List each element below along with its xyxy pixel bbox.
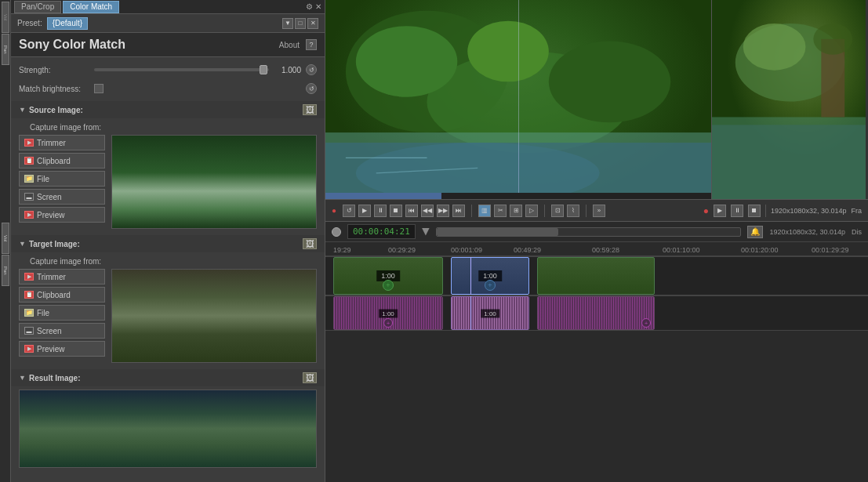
transport-loop-btn[interactable]: ↺ bbox=[343, 205, 355, 217]
clip-add-btn-2[interactable]: + bbox=[485, 280, 496, 291]
frame-label: Fra bbox=[852, 207, 863, 215]
source-section-header[interactable]: ▼ Source Image: 🖼 bbox=[11, 101, 325, 118]
source-preview-btn[interactable]: ▶ Preview bbox=[19, 207, 105, 223]
strength-reset[interactable]: ↺ bbox=[306, 64, 317, 75]
match-brightness-label: Match brightness: bbox=[19, 85, 89, 93]
zoom-icon[interactable]: 🔔 bbox=[747, 226, 763, 238]
secondary-preview-scene bbox=[712, 0, 868, 199]
target-trimmer-btn[interactable]: ▶ Trimmer bbox=[19, 269, 105, 284]
audio-add-btn-3[interactable]: + bbox=[641, 318, 651, 328]
video-clip-2[interactable]: 1:00 + bbox=[451, 257, 529, 295]
panel-icon-1[interactable]: ⚙ bbox=[306, 2, 313, 11]
transport-forward-btn[interactable]: ▶▶ bbox=[437, 205, 449, 217]
audio-clip-2[interactable]: 1:00 bbox=[451, 296, 529, 330]
target-clipboard-label: Clipboard bbox=[37, 291, 71, 299]
target-image-icon[interactable]: 🖼 bbox=[303, 238, 317, 249]
target-preview-label: Preview bbox=[37, 345, 65, 353]
mode-select-btn[interactable]: ▥ bbox=[478, 205, 491, 217]
preview-progress-bar[interactable] bbox=[325, 193, 711, 199]
strength-slider[interactable] bbox=[94, 68, 269, 71]
transport-prev-btn[interactable]: ⏮ bbox=[405, 205, 418, 217]
timecode-marker-icon bbox=[332, 227, 341, 237]
source-file-btn[interactable]: 📁 File bbox=[19, 171, 105, 187]
transport-play-btn[interactable]: ▶ bbox=[358, 205, 371, 217]
tab-color-match[interactable]: Color Match bbox=[63, 1, 119, 13]
transport-bar: ● ↺ ▶ ⏸ ⏹ ⏮ ◀◀ ▶▶ ⏭ ▥ ✂ ⊞ ▷ ⊡ ⌇ » ● ▶ ⏸ bbox=[325, 200, 868, 222]
match-brightness-reset[interactable]: ↺ bbox=[306, 83, 317, 94]
controls-area: Strength: 1.000 ↺ Match brightness: ↺ bbox=[11, 57, 325, 101]
playback-play-btn[interactable]: ▶ bbox=[714, 205, 726, 217]
target-preview-btn[interactable]: ▶ Preview bbox=[19, 341, 105, 357]
target-clipboard-btn[interactable]: 📋 Clipboard bbox=[19, 287, 105, 303]
preset-reset-btn[interactable]: □ bbox=[295, 18, 306, 29]
source-clipboard-btn[interactable]: 📋 Clipboard bbox=[19, 153, 105, 169]
source-trimmer-btn[interactable]: ▶ Trimmer bbox=[19, 135, 105, 150]
target-arrow-icon: ▼ bbox=[19, 240, 26, 248]
clip-add-btn-1[interactable]: + bbox=[383, 280, 394, 291]
source-capture-buttons: ▶ Trimmer 📋 Clipboard 📁 File ▬ bbox=[19, 135, 105, 229]
preset-dropdown[interactable]: {Default} bbox=[47, 17, 88, 30]
target-file-btn[interactable]: 📁 File bbox=[19, 305, 105, 321]
envelope-btn[interactable]: ⌇ bbox=[567, 205, 579, 217]
target-screen-btn[interactable]: ▬ Screen bbox=[19, 323, 105, 339]
mode-slice-btn[interactable]: ✂ bbox=[494, 205, 507, 217]
source-image-icon[interactable]: 🖼 bbox=[303, 104, 317, 115]
target-screen-icon: ▬ bbox=[24, 327, 34, 335]
target-section-header[interactable]: ▼ Target Image: 🖼 bbox=[11, 235, 325, 252]
audio-add-btn-1[interactable]: + bbox=[383, 318, 393, 328]
mode-zoom-btn[interactable]: ⊞ bbox=[510, 205, 522, 217]
playback-stop-btn[interactable]: ⏹ bbox=[748, 205, 761, 217]
playback-pause-btn[interactable]: ⏸ bbox=[731, 205, 743, 217]
transport-divider bbox=[471, 205, 472, 217]
help-button[interactable]: ? bbox=[306, 39, 317, 50]
video-clip-1[interactable]: 1:00 + bbox=[333, 257, 443, 295]
strength-label: Strength: bbox=[19, 66, 89, 74]
timecode-display[interactable]: 00:00:04:21 bbox=[347, 224, 416, 239]
transport-pause-btn[interactable]: ⏸ bbox=[374, 205, 387, 217]
video-clip-3[interactable] bbox=[537, 257, 655, 295]
svg-rect-17 bbox=[712, 125, 868, 199]
side-tab-vol2[interactable]: Vol bbox=[2, 223, 9, 254]
preset-save-btn[interactable]: ▼ bbox=[282, 18, 293, 29]
audio-playhead bbox=[470, 296, 471, 330]
source-file-icon: 📁 bbox=[24, 175, 34, 183]
preview-scrubber bbox=[518, 0, 519, 199]
result-section-header[interactable]: ▼ Result Image: 🖼 bbox=[11, 369, 325, 386]
more-btn[interactable]: » bbox=[593, 205, 605, 217]
panel-icon-2[interactable]: ✕ bbox=[315, 2, 321, 11]
audio-clip-3[interactable]: + bbox=[537, 296, 655, 330]
transport-divider2 bbox=[544, 205, 545, 217]
ruler-mark-4: 00:59:28 bbox=[592, 246, 619, 254]
transport-rewind-btn[interactable]: ◀◀ bbox=[421, 205, 434, 217]
transport-stop-btn[interactable]: ⏹ bbox=[390, 205, 402, 217]
match-brightness-checkbox[interactable] bbox=[94, 84, 104, 93]
snap-btn[interactable]: ⊡ bbox=[551, 205, 564, 217]
mode-markers-btn[interactable]: ▷ bbox=[525, 205, 538, 217]
secondary-preview bbox=[711, 0, 868, 199]
audio-clip-1[interactable]: 1:00 + bbox=[333, 296, 443, 330]
side-tab-vol[interactable]: Vol bbox=[2, 2, 9, 33]
tab-pan-crop[interactable]: Pan/Crop bbox=[14, 1, 61, 13]
svg-point-5 bbox=[356, 26, 457, 97]
timeline-container: 19:29 00:29:29 00:001:09 00:49:29 00:59:… bbox=[325, 242, 868, 482]
video-track: 1:00 + 1:00 + bbox=[325, 256, 868, 295]
transport-next-btn[interactable]: ⏭ bbox=[452, 205, 465, 217]
preset-close-btn[interactable]: ✕ bbox=[307, 18, 318, 29]
main-preview bbox=[325, 0, 711, 199]
target-file-icon: 📁 bbox=[24, 309, 34, 317]
timecode-arrow-icon bbox=[422, 228, 430, 236]
target-clipboard-icon: 📋 bbox=[24, 291, 34, 299]
side-tab-pan2[interactable]: Pan bbox=[2, 255, 9, 286]
target-thumbnail bbox=[111, 269, 317, 363]
timeline-ruler: 19:29 00:29:29 00:001:09 00:49:29 00:59:… bbox=[325, 242, 868, 256]
record-btn[interactable]: ● bbox=[703, 205, 709, 216]
side-tab-pan[interactable]: Pan bbox=[2, 34, 9, 65]
source-screen-btn[interactable]: ▬ Screen bbox=[19, 189, 105, 205]
timecode-row: 00:00:04:21 🔔 1920x1080x32, 30.014p Dis bbox=[325, 222, 868, 242]
result-image-icon[interactable]: 🖼 bbox=[303, 372, 317, 383]
scroll-position[interactable] bbox=[436, 227, 742, 237]
transport-divider3 bbox=[586, 205, 587, 217]
about-button[interactable]: About bbox=[279, 41, 300, 49]
preview-info: 1920x1080x32, 30.014p bbox=[769, 228, 845, 236]
svg-point-14 bbox=[743, 24, 806, 71]
